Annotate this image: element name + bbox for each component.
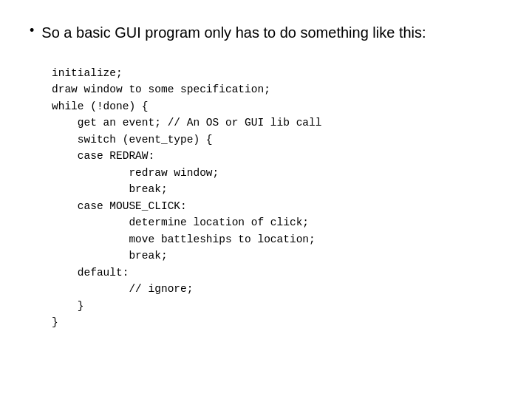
code-block: initialize; draw window to some specific…	[52, 65, 502, 331]
bullet-point: • So a basic GUI program only has to do …	[30, 22, 502, 43]
slide-container: • So a basic GUI program only has to do …	[0, 0, 532, 399]
bullet-dot: •	[30, 23, 34, 38]
bullet-text: So a basic GUI program only has to do so…	[41, 22, 426, 43]
